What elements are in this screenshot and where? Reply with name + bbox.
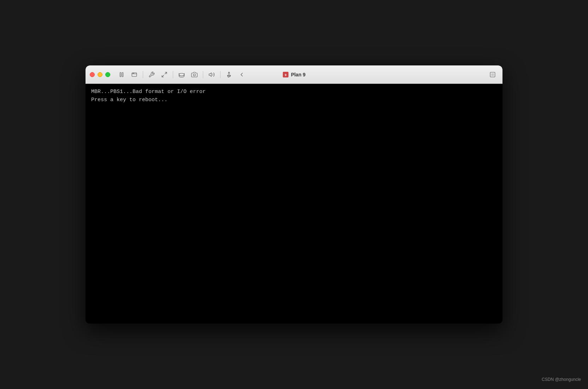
terminal-screen[interactable]: MBR...PBS1...Bad format or I/O error Pre…	[86, 84, 502, 324]
usb-icon	[226, 71, 232, 78]
disk-icon	[178, 71, 185, 78]
terminal-line-2: Press a key to reboot...	[91, 96, 497, 104]
pause-icon	[118, 71, 125, 78]
minimize-button[interactable]	[98, 72, 102, 77]
fullscreen-icon	[489, 71, 496, 78]
separator-3	[203, 71, 203, 78]
svg-text:9: 9	[285, 73, 287, 77]
svg-line-7	[162, 75, 164, 77]
disk-button[interactable]	[176, 69, 187, 80]
svg-rect-1	[122, 72, 123, 77]
svg-rect-16	[491, 73, 494, 76]
back-icon	[239, 71, 245, 78]
svg-rect-0	[120, 72, 121, 77]
plan9-icon: 9	[282, 71, 289, 78]
svg-point-9	[193, 74, 195, 76]
virtual-machine-window: 9 Plan 9 MBR...PBS1...Bad format or I/O …	[86, 65, 502, 324]
camera-icon	[191, 71, 198, 78]
svg-line-6	[165, 72, 167, 74]
close-button[interactable]	[90, 72, 95, 77]
terminal-line-1: MBR...PBS1...Bad format or I/O error	[91, 88, 497, 96]
audio-icon	[208, 71, 215, 78]
snapshot-button[interactable]	[189, 69, 200, 80]
resize-button[interactable]	[159, 69, 170, 80]
settings-button[interactable]	[146, 69, 157, 80]
svg-marker-10	[209, 72, 212, 76]
separator-1	[143, 71, 143, 78]
screenshot-button[interactable]	[129, 69, 140, 80]
separator-4	[220, 71, 220, 78]
titlebar: 9 Plan 9	[86, 65, 502, 84]
maximize-button[interactable]	[105, 72, 110, 77]
screenshot-icon	[131, 71, 137, 78]
fullscreen-button[interactable]	[487, 69, 498, 80]
separator-2	[173, 71, 173, 78]
watermark: CSDN @zhonguncle	[542, 377, 581, 382]
audio-button[interactable]	[206, 69, 217, 80]
resize-icon	[161, 71, 167, 78]
window-title-text: Plan 9	[291, 72, 305, 77]
back-button[interactable]	[236, 69, 247, 80]
traffic-lights	[90, 72, 110, 77]
usb-button[interactable]	[223, 69, 235, 80]
wrench-icon	[148, 71, 155, 78]
pause-button[interactable]	[116, 69, 127, 80]
title-actions	[487, 69, 498, 80]
window-title: 9 Plan 9	[282, 71, 305, 78]
svg-rect-2	[132, 72, 137, 76]
